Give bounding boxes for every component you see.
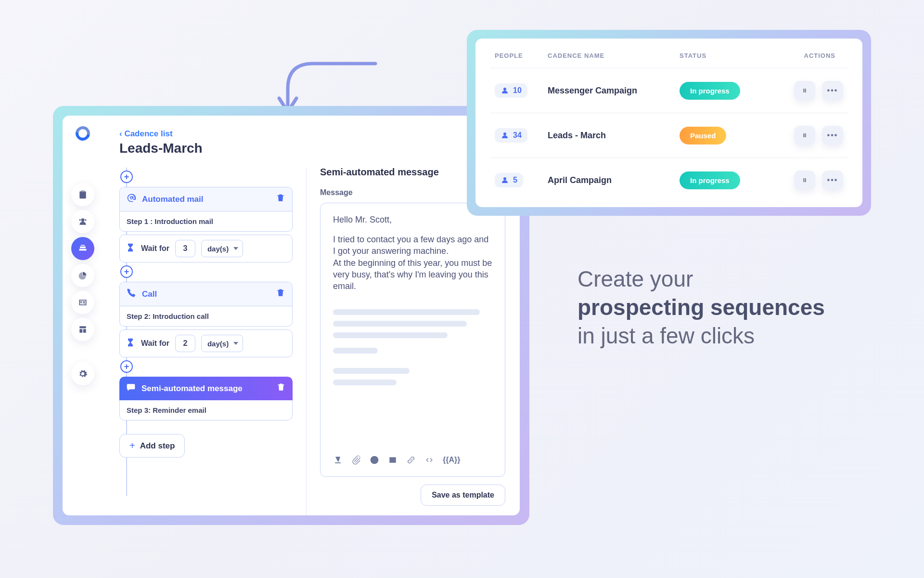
phone-icon (127, 288, 136, 300)
logo (73, 123, 93, 144)
image-icon[interactable] (388, 455, 398, 465)
step-title: Automated mail (142, 195, 204, 204)
editor-toolbar: {{A}} (333, 455, 492, 465)
message-editor[interactable]: Hello Mr. Scott, I tried to contact you … (320, 203, 505, 477)
step-mail[interactable]: Automated mail Step 1 : Introduction mai… (119, 187, 293, 232)
svg-point-0 (79, 219, 81, 221)
placeholder-line (333, 348, 378, 354)
page-title: Leads-March (119, 141, 520, 156)
mail-at-icon (127, 193, 136, 205)
pause-button[interactable] (794, 126, 815, 145)
plus-icon: + (129, 440, 135, 451)
hourglass-icon (126, 338, 135, 349)
nav-clipboard[interactable] (71, 183, 94, 206)
svg-point-4 (375, 459, 376, 460)
placeholder-line (333, 332, 448, 338)
emoji-icon[interactable] (370, 455, 379, 465)
more-button[interactable]: ••• (822, 126, 843, 145)
wait-step-1[interactable]: Wait for day(s) (119, 235, 293, 263)
people-pill[interactable]: 10 (495, 83, 527, 98)
delete-step-button[interactable] (276, 193, 285, 205)
status-badge: In progress (680, 82, 740, 100)
step-subtitle: Step 1 : Introduction mail (120, 211, 292, 231)
col-people: PEOPLE (495, 52, 548, 59)
message-body: I tried to contact you a few days ago an… (333, 234, 492, 292)
wait-step-2[interactable]: Wait for day(s) (119, 329, 293, 357)
add-step-button[interactable]: + Add step (119, 434, 185, 458)
more-button[interactable]: ••• (822, 171, 843, 190)
step-subtitle: Step 2: Introduction call (120, 306, 292, 326)
add-node-2[interactable]: + (120, 360, 133, 373)
step-call[interactable]: Call Step 2: Introduction call (119, 282, 293, 327)
delete-step-button[interactable] (276, 382, 286, 394)
svg-point-3 (372, 459, 373, 460)
nav-reports[interactable] (71, 264, 94, 287)
table-header: PEOPLE CADENCE NAME STATUS ACTIONS (490, 48, 848, 68)
wait-label: Wait for (141, 244, 169, 253)
link-icon[interactable] (406, 455, 416, 465)
cadence-name[interactable]: Leads - March (548, 131, 680, 141)
message-panel: Semi-automated message Message Hello Mr.… (306, 168, 520, 515)
nav-contacts[interactable] (71, 291, 94, 314)
hourglass-icon (126, 243, 135, 254)
chat-icon (126, 382, 136, 394)
people-icon (500, 176, 509, 184)
back-link[interactable]: ‹ Cadence list (119, 129, 520, 139)
variable-token[interactable]: {{A}} (443, 456, 460, 464)
wait-unit-select[interactable]: day(s) (201, 335, 243, 352)
placeholder-line (333, 380, 397, 385)
more-button[interactable]: ••• (822, 81, 843, 100)
table-row: 34 Leads - March Paused ••• (490, 113, 848, 158)
placeholder-line (333, 321, 467, 327)
cadence-table-card: PEOPLE CADENCE NAME STATUS ACTIONS 10 Me… (467, 30, 871, 216)
add-node-0[interactable]: + (120, 171, 133, 183)
nav-settings[interactable] (71, 362, 94, 385)
people-icon (500, 86, 509, 95)
nav-templates[interactable] (71, 318, 94, 341)
step-title: Semi-automated message (141, 384, 243, 394)
add-node-1[interactable]: + (120, 265, 133, 278)
steps-column: + Automated mail Step 1 : Intro (119, 168, 293, 515)
table-row: 5 April Campaign In progress ••• (490, 158, 848, 202)
table-row: 10 Messenger Campaign In progress ••• (490, 68, 848, 113)
marketing-tagline: Create your prospecting sequences in jus… (578, 265, 866, 350)
wait-label: Wait for (141, 339, 169, 348)
people-icon (500, 131, 509, 140)
people-pill[interactable]: 5 (495, 173, 523, 187)
wait-value-input[interactable] (175, 240, 195, 257)
save-template-button[interactable]: Save as template (421, 485, 505, 506)
col-name: CADENCE NAME (548, 52, 680, 59)
svg-point-1 (85, 219, 86, 221)
nav-cadences[interactable] (71, 237, 94, 260)
step-title: Call (142, 289, 157, 299)
status-badge: Paused (680, 127, 726, 144)
pause-button[interactable] (794, 171, 815, 190)
greeting: Hello Mr. Scott, (333, 215, 492, 225)
wait-value-input[interactable] (175, 335, 195, 352)
placeholder-line (333, 368, 410, 374)
nav-people[interactable] (71, 210, 94, 233)
code-icon[interactable] (424, 455, 434, 465)
pause-button[interactable] (794, 81, 815, 100)
attachment-icon[interactable] (351, 455, 361, 465)
delete-step-button[interactable] (276, 288, 285, 300)
col-actions: ACTIONS (757, 52, 843, 59)
wait-unit-select[interactable]: day(s) (201, 240, 243, 257)
people-pill[interactable]: 34 (495, 128, 527, 143)
svg-point-2 (371, 457, 378, 464)
step-subtitle: Step 3: Reminder email (119, 400, 293, 420)
cadence-name[interactable]: April Campaign (548, 175, 680, 185)
placeholder-line (333, 309, 480, 315)
app-window: ‹ Cadence list Leads-March + Automated m… (53, 106, 529, 525)
status-badge: In progress (680, 171, 740, 189)
format-text-icon[interactable] (333, 455, 343, 465)
col-status: STATUS (680, 52, 757, 59)
cadence-name[interactable]: Messenger Campaign (548, 86, 680, 96)
step-message-selected[interactable]: Semi-automated message Step 3: Reminder … (119, 377, 293, 420)
sidebar (63, 116, 103, 515)
